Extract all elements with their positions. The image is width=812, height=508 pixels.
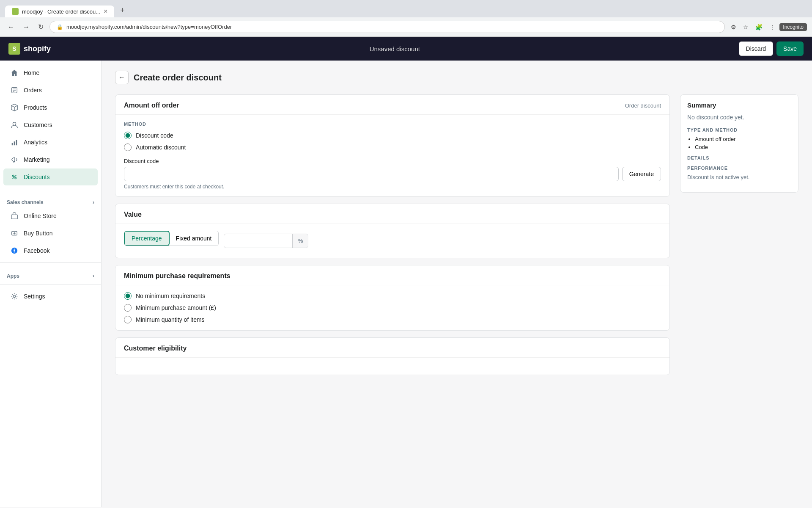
sales-channels-arrow[interactable]: › [93, 199, 94, 205]
discount-code-radio[interactable] [124, 132, 132, 139]
sidebar-item-buy-button[interactable]: Buy Button [3, 225, 98, 242]
discount-code-option[interactable]: Discount code [124, 132, 661, 139]
automatic-discount-option[interactable]: Automatic discount [124, 144, 661, 151]
sidebar-item-settings-label: Settings [24, 293, 45, 300]
incognito-badge: Incognito [779, 23, 807, 31]
back-button[interactable]: ← [115, 71, 129, 84]
analytics-icon [10, 138, 19, 146]
value-card-body: Percentage Fixed amount % [115, 224, 669, 258]
value-controls: Percentage Fixed amount % [124, 231, 661, 251]
sidebar-divider-3 [0, 284, 101, 284]
summary-panel: Summary No discount code yet. TYPE AND M… [680, 94, 798, 382]
sidebar-item-facebook[interactable]: Facebook [3, 242, 98, 259]
minimum-purchase-card: Minimum purchase requirements No minimum… [115, 265, 670, 331]
address-bar[interactable]: 🔒 moodjoy.myshopify.com/admin/discounts/… [49, 21, 725, 33]
discount-code-hint: Customers must enter this code at checko… [124, 184, 661, 190]
discount-code-field: Discount code Generate Customers must en… [124, 158, 661, 190]
sidebar-item-facebook-label: Facebook [24, 247, 49, 254]
amount-off-card-body: METHOD Discount code Automatic discount [115, 115, 669, 196]
min-quantity-radio[interactable] [124, 316, 132, 323]
sidebar-item-analytics[interactable]: Analytics [3, 134, 98, 151]
marketing-icon [10, 155, 19, 164]
sidebar-item-buy-button-label: Buy Button [24, 230, 53, 237]
sidebar-item-home[interactable]: Home [3, 64, 98, 81]
sidebar-item-products[interactable]: Products [3, 99, 98, 116]
discard-button[interactable]: Discard [739, 41, 773, 56]
tab-close-button[interactable]: × [104, 8, 107, 15]
sidebar-section-sales-channels: Sales channels › [0, 193, 101, 207]
sidebar-item-analytics-label: Analytics [24, 139, 47, 146]
automatic-discount-label: Automatic discount [136, 144, 186, 151]
percentage-button[interactable]: Percentage [124, 231, 170, 246]
content-main: Amount off order Order discount METHOD D… [115, 94, 670, 382]
sidebar: Home Orders Products [0, 61, 102, 507]
discount-code-input[interactable] [124, 167, 619, 181]
facebook-icon [10, 246, 19, 255]
summary-no-code: No discount code yet. [687, 114, 791, 121]
sidebar-item-orders[interactable]: Orders [3, 82, 98, 99]
tab-favicon [12, 8, 19, 15]
sidebar-item-marketing[interactable]: Marketing [3, 151, 98, 168]
sidebar-item-settings[interactable]: Settings [3, 288, 98, 305]
svg-point-7 [13, 122, 16, 125]
sidebar-item-discounts[interactable]: Discounts [3, 168, 98, 185]
amount-off-title: Amount off order [124, 102, 179, 109]
min-amount-radio[interactable] [124, 304, 132, 312]
bookmark-button[interactable]: ☆ [741, 22, 751, 32]
page-title: Create order discount [134, 73, 222, 83]
min-quantity-option[interactable]: Minimum quantity of items [124, 316, 661, 323]
svg-rect-15 [11, 215, 17, 219]
summary-card: Summary No discount code yet. TYPE AND M… [680, 94, 798, 193]
header-actions: Discard Save [739, 41, 804, 56]
min-amount-label: Minimum purchase amount (£) [136, 304, 216, 311]
new-tab-button[interactable]: + [115, 3, 130, 17]
minimum-purchase-radio-group: No minimum requirements Minimum purchase… [124, 292, 661, 323]
no-minimum-option[interactable]: No minimum requirements [124, 292, 661, 300]
svg-line-14 [13, 175, 16, 179]
generate-button[interactable]: Generate [622, 167, 661, 181]
discount-code-label: Discount code [136, 132, 173, 139]
browser-chrome: moodjoy · Create order discou... × + [0, 0, 812, 17]
forward-nav-button[interactable]: → [20, 22, 32, 33]
puzzle-button[interactable]: 🧩 [753, 22, 765, 32]
summary-details-label: DETAILS [687, 155, 791, 160]
save-button[interactable]: Save [776, 41, 804, 56]
sidebar-item-online-store[interactable]: Online Store [3, 207, 98, 224]
min-quantity-label: Minimum quantity of items [136, 316, 205, 323]
apps-arrow[interactable]: › [93, 273, 94, 279]
refresh-nav-button[interactable]: ↻ [36, 21, 46, 33]
browser-nav: ← → ↻ 🔒 moodjoy.myshopify.com/admin/disc… [0, 17, 812, 37]
summary-performance-label: PERFORMANCE [687, 166, 791, 171]
minimum-purchase-card-body: No minimum requirements Minimum purchase… [115, 285, 669, 330]
sidebar-item-products-label: Products [24, 104, 47, 111]
back-nav-button[interactable]: ← [5, 22, 17, 33]
main-content: ← Create order discount Amount off order… [102, 61, 812, 507]
menu-button[interactable]: ⋮ [767, 22, 778, 32]
method-label: METHOD [124, 121, 661, 127]
browser-tabs: moodjoy · Create order discou... × + [5, 3, 807, 17]
extensions-button[interactable]: ⚙ [728, 22, 739, 32]
lock-icon: 🔒 [57, 24, 63, 30]
buy-button-icon [10, 229, 19, 237]
summary-title: Summary [687, 102, 791, 109]
svg-rect-10 [16, 140, 17, 146]
value-card: Value Percentage Fixed amount % [115, 204, 670, 258]
svg-rect-8 [12, 143, 13, 145]
value-toggle-group: Percentage Fixed amount [124, 231, 219, 246]
page-header: ← Create order discount [115, 71, 798, 84]
tab-title: moodjoy · Create order discou... [22, 8, 100, 15]
no-minimum-radio[interactable] [124, 292, 132, 300]
min-amount-option[interactable]: Minimum purchase amount (£) [124, 304, 661, 312]
home-icon [10, 69, 19, 77]
apps-label: Apps [7, 273, 19, 279]
sales-channels-label: Sales channels [7, 199, 44, 205]
svg-rect-9 [14, 141, 15, 145]
automatic-discount-radio[interactable] [124, 144, 132, 151]
fixed-amount-button[interactable]: Fixed amount [169, 231, 219, 246]
sidebar-item-customers[interactable]: Customers [3, 116, 98, 133]
no-minimum-label: No minimum requirements [136, 293, 205, 299]
sidebar-item-home-label: Home [24, 69, 39, 76]
value-suffix: % [292, 234, 308, 248]
customers-icon [10, 121, 19, 129]
value-input[interactable] [224, 234, 292, 248]
